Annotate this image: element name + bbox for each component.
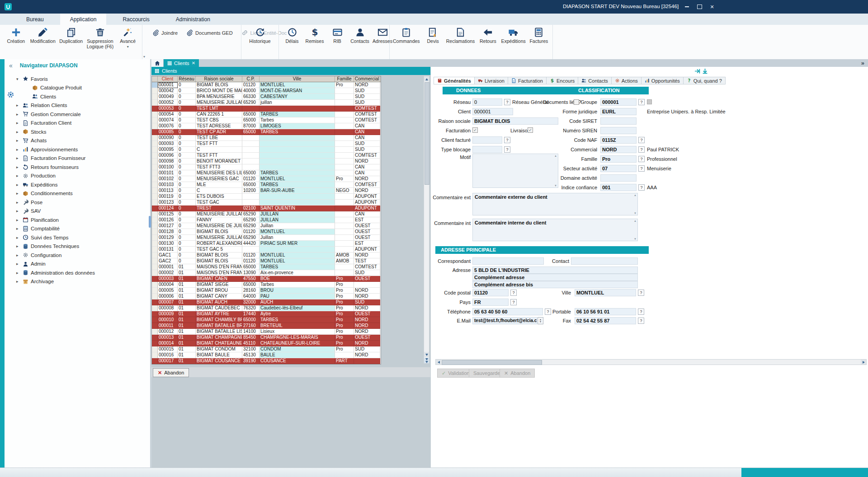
cell-raison-sociale[interactable]: TEST FTT [196, 141, 242, 147]
cell-ville[interactable]: TARBES [259, 129, 335, 135]
row-selector[interactable] [152, 317, 158, 323]
scroll-right-button[interactable] [861, 360, 866, 365]
indice-confiance-input[interactable]: 001 [600, 184, 637, 191]
cell-famille[interactable]: Pro [335, 288, 354, 294]
cell-ville[interactable]: Aytre [259, 311, 335, 317]
cell-raison-sociale[interactable]: BIGMAT AYTRE [196, 311, 242, 317]
cell-c-p[interactable] [242, 159, 259, 164]
cell-commercial[interactable]: NORD [354, 288, 380, 294]
cell-commercial[interactable]: SUD [354, 94, 380, 100]
ribbon-button-contacts[interactable]: Contacts [349, 26, 371, 45]
cell-client[interactable]: 000042 [158, 88, 178, 94]
cell-ville[interactable]: TARBES [259, 112, 335, 117]
cell-commercial[interactable]: COMTEST [354, 153, 380, 159]
cell-c-p[interactable]: 40000 [242, 88, 259, 94]
cell-raison-sociale[interactable]: BIGMAT CANY [196, 294, 242, 299]
cell-reseau[interactable]: 01 [178, 299, 196, 305]
cell-ville[interactable]: Aix-en-provence [259, 270, 335, 276]
cell-commercial[interactable]: CAN [354, 123, 380, 129]
row-selector[interactable] [152, 241, 158, 247]
cell-c-p[interactable]: 13090 [242, 270, 259, 276]
expander-icon[interactable]: ▸ [16, 182, 20, 187]
table-row[interactable]: 00000901BIGMAT AYTRE17440AytreProOUEST [152, 311, 381, 317]
cell-reseau[interactable]: 0 [178, 123, 196, 129]
sidebar-item-relation-clients[interactable]: ▸Relation Clients [5, 101, 150, 110]
expander-icon[interactable]: ▸ [16, 279, 20, 284]
scroll-up-icon[interactable]: ▲ [634, 194, 637, 196]
cell-c-p[interactable]: 65290 [242, 217, 259, 223]
cell-commercial[interactable]: COMTEST [354, 264, 380, 270]
cell-client[interactable]: 000053 [158, 106, 178, 112]
ribbon-button-reclamations[interactable]: Reclamations [445, 26, 476, 45]
ribbon-button-joindre[interactable]: Joindre [149, 26, 181, 39]
cell-client[interactable]: 000131 [158, 247, 178, 253]
cell-client[interactable]: 000125 [158, 211, 178, 217]
cell-famille[interactable]: Pro [335, 276, 354, 282]
cell-c-p[interactable]: 65290 [242, 235, 259, 241]
table-row[interactable]: 0001250MENUISERIE JUILLANAIS65290JUILLAN… [152, 211, 381, 217]
cell-ville[interactable] [259, 106, 335, 112]
cell-reseau[interactable]: 0 [178, 206, 196, 211]
table-row[interactable]: 00001301BIGMAT CHAMPAGNE-LE85450CHAMPAGN… [152, 335, 381, 341]
groupe-input[interactable]: 000001 [600, 98, 637, 106]
dropdown-caret-icon[interactable]: ▾ [127, 45, 129, 49]
cell-c-p[interactable] [242, 153, 259, 159]
cell-raison-sociale[interactable]: TEST LMT [196, 106, 242, 112]
cell-client[interactable]: 000009 [158, 311, 178, 317]
table-row[interactable]: 0000960TEST FTTCOMTEST [152, 153, 381, 159]
cell-ville[interactable]: MONTLUEL [259, 253, 335, 258]
scroll-up-button[interactable] [424, 76, 429, 82]
cell-reseau[interactable]: 01 [178, 311, 196, 317]
column-header-reseau[interactable]: Réseau [178, 76, 196, 82]
row-selector[interactable] [152, 282, 158, 288]
sidebar-item-stocks[interactable]: ▸Stocks [5, 127, 150, 136]
close-button[interactable]: ✕ [709, 4, 715, 10]
expander-icon[interactable]: ▸ [16, 262, 20, 266]
cell-reseau[interactable]: 0 [178, 135, 196, 141]
cell-reseau[interactable]: 0 [178, 182, 196, 188]
cell-ville[interactable]: TARBES [259, 182, 335, 188]
row-selector[interactable] [152, 188, 158, 194]
expander-icon[interactable]: ▸ [16, 121, 20, 125]
cell-raison-sociale[interactable]: BIGMAT CHATEAUNEUF [196, 341, 242, 346]
cell-reseau[interactable]: 0 [178, 159, 196, 164]
cell-raison-sociale[interactable]: C [196, 188, 242, 194]
domaine-activite-input[interactable] [600, 174, 637, 182]
reseau-input[interactable]: 0 [472, 98, 502, 106]
cell-client[interactable]: 000006 [158, 294, 178, 299]
cell-ville[interactable]: MONT-DE-MARSAN [259, 88, 335, 94]
cell-client[interactable]: 000126 [158, 217, 178, 223]
row-selector[interactable] [152, 194, 158, 200]
cell-commercial[interactable]: NORD [354, 352, 380, 358]
cell-commercial[interactable] [354, 358, 380, 364]
cell-c-p[interactable]: 32000 [242, 299, 259, 305]
cell-raison-sociale[interactable]: BPA MENUISERIE [196, 94, 242, 100]
row-selector[interactable] [152, 164, 158, 170]
cell-commercial[interactable]: CAN [354, 135, 380, 141]
cell-commercial[interactable]: SUD [354, 147, 380, 153]
document-tab-clients[interactable]: Clients ✕ [164, 59, 199, 67]
cell-ville[interactable]: CABESTANY [259, 94, 335, 100]
cell-famille[interactable] [335, 247, 354, 253]
expander-icon[interactable]: ▸ [16, 165, 20, 169]
groupe-help-button[interactable]: ? [638, 99, 645, 105]
cell-ville[interactable] [259, 141, 335, 147]
panel-tab-qui-quand[interactable]: ?Qui, quand ? [683, 77, 726, 84]
cell-raison-sociale[interactable]: MENUISERIE JUILLAN [196, 100, 242, 106]
livraison-checkbox[interactable]: ✓ [528, 127, 533, 133]
cell-ville[interactable]: Lisieux [259, 329, 335, 335]
ville-help-button[interactable]: ? [638, 290, 644, 296]
famille-help-button[interactable]: ? [638, 156, 645, 162]
row-selector[interactable] [152, 94, 158, 100]
row-selector[interactable] [152, 106, 158, 112]
cell-raison-sociale[interactable]: MENUISERIE DE JUILLAI [196, 223, 242, 229]
table-row[interactable]: 0001230TEST GACADUPONT [152, 200, 381, 206]
cell-raison-sociale[interactable]: TEST FTT3 [196, 164, 242, 170]
cell-commercial[interactable]: OUEST [354, 223, 380, 229]
table-row[interactable]: 00000101MAISONS D'EN FRANCE65000TARBESCO… [152, 264, 381, 270]
cell-client[interactable]: 000102 [158, 176, 178, 182]
cell-raison-sociale[interactable]: BIGMAT CHAMBLY BROC [196, 317, 242, 323]
cell-reseau[interactable]: 0 [178, 164, 196, 170]
indice-confiance-help-button[interactable]: ? [638, 184, 645, 191]
cell-raison-sociale[interactable]: MENUISERIE JUILLANAIS [196, 235, 242, 241]
